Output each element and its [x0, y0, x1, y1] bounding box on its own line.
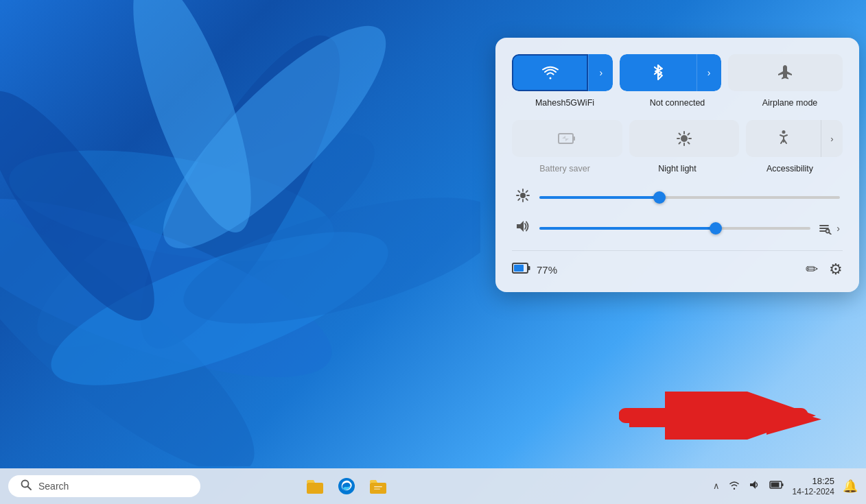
- svg-line-44: [28, 487, 32, 490]
- svg-point-23: [520, 193, 526, 198]
- search-placeholder-text: Search: [38, 481, 69, 492]
- accessibility-button[interactable]: [746, 120, 821, 157]
- svg-rect-52: [771, 482, 779, 487]
- svg-rect-51: [782, 483, 784, 486]
- battery-percent: 77%: [537, 264, 557, 276]
- system-tray-expand-button[interactable]: ∧: [713, 481, 720, 491]
- tile-row-2: ›: [512, 120, 843, 157]
- bluetooth-expand-button[interactable]: ›: [697, 54, 721, 91]
- volume-fill: [539, 227, 716, 230]
- svg-rect-12: [573, 136, 575, 141]
- svg-line-20: [688, 134, 690, 135]
- taskbar-folder[interactable]: [366, 474, 390, 499]
- svg-line-18: [679, 134, 681, 135]
- taskbar: Search: [0, 468, 866, 504]
- quick-settings-panel: › › Mahesh5GWiFi: [495, 38, 859, 292]
- taskbar-wifi-icon[interactable]: [728, 479, 740, 493]
- battery-saver-icon: [558, 131, 576, 146]
- svg-line-19: [688, 143, 690, 144]
- open-settings-button[interactable]: ⚙: [829, 261, 843, 278]
- night-light-button[interactable]: [629, 120, 740, 157]
- clock-time: 18:25: [793, 476, 834, 488]
- red-arrow-shape: [629, 400, 821, 438]
- brightness-fill: [539, 196, 659, 199]
- night-light-label: Night light: [624, 164, 730, 173]
- taskbar-right: ∧ 18:25 14-12-2024: [713, 476, 858, 497]
- airplane-icon: [776, 64, 794, 82]
- svg-line-36: [830, 232, 832, 235]
- svg-rect-47: [370, 483, 386, 494]
- night-light-icon: [676, 130, 692, 147]
- tile-labels-row-2: Battery saver Night light Accessibility: [512, 164, 843, 173]
- bluetooth-toggle-button[interactable]: [620, 54, 696, 91]
- volume-slider[interactable]: [539, 227, 810, 230]
- airplane-label: Airplane mode: [737, 98, 843, 108]
- wifi-label: Mahesh5GWiFi: [512, 98, 618, 108]
- svg-line-30: [526, 191, 528, 192]
- wifi-toggle-button[interactable]: [512, 54, 588, 91]
- accessibility-label: Accessibility: [737, 164, 843, 173]
- taskbar-clock[interactable]: 18:25 14-12-2024: [793, 476, 834, 497]
- search-icon: [21, 479, 32, 493]
- wifi-expand-button[interactable]: ›: [588, 54, 613, 91]
- svg-line-21: [679, 143, 681, 144]
- audio-expand-arrow: ›: [836, 223, 840, 234]
- battery-saver-button[interactable]: [512, 120, 622, 157]
- taskbar-edge[interactable]: [334, 474, 359, 499]
- tile-row-1: › ›: [512, 54, 843, 91]
- clock-date: 14-12-2024: [793, 487, 834, 496]
- audio-output-button[interactable]: ›: [819, 222, 840, 235]
- svg-rect-49: [374, 489, 380, 490]
- svg-point-22: [782, 130, 785, 134]
- wifi-tile-group: ›: [512, 54, 613, 91]
- accessibility-icon: [775, 130, 792, 147]
- svg-rect-39: [514, 265, 524, 272]
- brightness-slider[interactable]: [539, 196, 840, 199]
- red-arrow-container: [629, 400, 821, 438]
- svg-rect-38: [528, 266, 530, 270]
- svg-point-35: [826, 229, 830, 232]
- bluetooth-label: Not connected: [624, 98, 730, 108]
- edit-quick-settings-button[interactable]: ✏: [806, 261, 818, 278]
- volume-icon: [515, 219, 531, 237]
- bluetooth-tile-group: ›: [620, 54, 721, 91]
- taskbar-file-explorer[interactable]: [303, 474, 327, 499]
- brightness-thumb[interactable]: [653, 191, 666, 204]
- tile-labels-row-1: Mahesh5GWiFi Not connected Airplane mode: [512, 98, 843, 108]
- battery-saver-label: Battery saver: [512, 164, 618, 173]
- volume-slider-row: ›: [515, 219, 840, 237]
- sliders-section: ›: [512, 189, 843, 237]
- taskbar-center-icons: [303, 474, 390, 499]
- svg-line-28: [518, 191, 519, 192]
- taskbar-search[interactable]: Search: [8, 475, 200, 497]
- svg-rect-45: [307, 483, 323, 494]
- panel-bottom: 77% ✏ ⚙: [512, 250, 843, 278]
- brightness-icon: [515, 189, 531, 206]
- brightness-slider-row: [515, 189, 840, 206]
- svg-rect-48: [374, 486, 382, 488]
- accessibility-expand-button[interactable]: ›: [821, 120, 843, 157]
- accessibility-tile-group: ›: [746, 120, 843, 157]
- desktop-swirl: [0, 0, 480, 466]
- svg-line-29: [526, 199, 528, 200]
- taskbar-volume-icon[interactable]: [749, 479, 761, 493]
- svg-point-13: [681, 135, 688, 142]
- svg-line-31: [518, 199, 519, 200]
- battery-status: 77%: [512, 261, 557, 278]
- panel-action-icons: ✏ ⚙: [806, 261, 843, 278]
- svg-point-46: [338, 478, 355, 494]
- wifi-icon: [541, 65, 559, 80]
- volume-thumb[interactable]: [710, 222, 722, 235]
- notification-bell-icon[interactable]: 🔔: [843, 479, 858, 494]
- taskbar-battery-icon[interactable]: [769, 480, 784, 492]
- svg-marker-42: [629, 404, 821, 435]
- airplane-mode-button[interactable]: [728, 54, 843, 91]
- bluetooth-icon-inner: [652, 64, 664, 81]
- battery-icon: [512, 261, 531, 278]
